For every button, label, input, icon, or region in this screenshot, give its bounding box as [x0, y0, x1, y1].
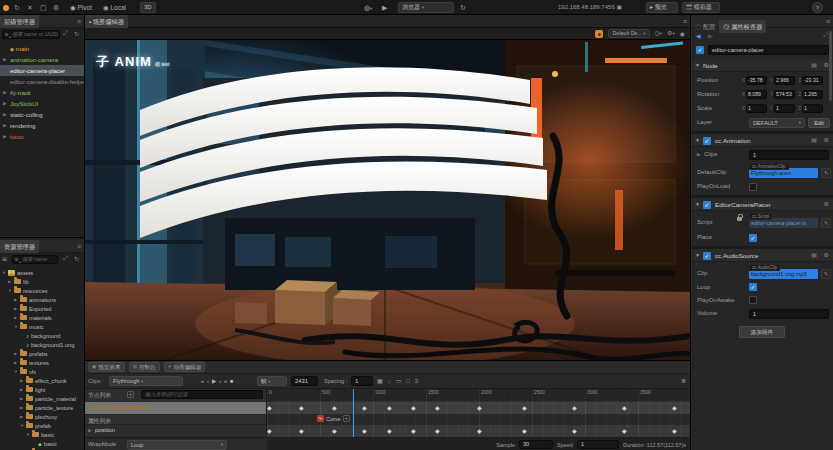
keyframe-diamond[interactable]: ◆ — [572, 427, 577, 435]
axis-input[interactable]: 1.265 — [802, 90, 823, 99]
asset-item[interactable]: ▶plechovy — [0, 412, 84, 421]
settings-tool-icon[interactable]: ⚙ — [53, 1, 59, 14]
expand-arrow-icon[interactable]: ▼ — [14, 369, 18, 374]
timeline-menu-icon[interactable]: ≣ — [681, 376, 686, 387]
hierarchy-node[interactable]: editor-camera-disable-helper — [0, 76, 84, 87]
expand-arrow-icon[interactable]: ▶ — [14, 351, 18, 356]
keyframe-diamond[interactable]: ◆ — [477, 427, 482, 435]
node-keyframe-track[interactable]: ◆◆◆◆◆◆◆◆◆◆◆◆ — [267, 402, 690, 414]
add-node-icon[interactable]: + — [127, 391, 134, 398]
collapse-all-icon[interactable]: ⤢ — [63, 255, 68, 262]
refresh-icon[interactable]: ↻ — [74, 30, 79, 37]
move-tool-icon[interactable]: ✕ — [27, 1, 33, 14]
expand-arrow-icon[interactable]: ▶ — [20, 378, 24, 383]
axis-input[interactable]: 8.089 — [746, 90, 767, 99]
layer-edit-button[interactable]: Edit — [808, 118, 830, 128]
frame-input[interactable]: 2431 — [291, 376, 318, 386]
sample-input[interactable]: 30 — [519, 440, 553, 449]
hierarchy-node[interactable]: ▶JoyStickUI — [0, 98, 84, 109]
hierarchy-node[interactable]: ◆main — [0, 43, 84, 54]
unit-select[interactable]: 帧 ▾ — [257, 376, 287, 386]
add-component-button[interactable]: 添加组件 — [739, 326, 785, 338]
wrapmode-select[interactable]: Loop ▾ — [127, 440, 227, 450]
keyframe-diamond[interactable]: ◆ — [267, 427, 272, 435]
timeline-tool-icon-4[interactable]: ≡ — [415, 376, 419, 387]
camera-profile-select[interactable]: Default De... ▾ — [608, 29, 649, 38]
expand-arrow-icon[interactable]: ▶ — [20, 387, 24, 392]
nav-forward-icon[interactable]: ▶ — [708, 32, 713, 39]
timeline-ruler[interactable]: 0500100015002000250030003500 — [267, 389, 690, 401]
asset-item[interactable]: ▶materials — [0, 313, 84, 322]
component-enabled-checkbox[interactable]: ✓ — [703, 252, 711, 260]
expand-arrow-icon[interactable]: ▶ — [14, 297, 18, 302]
refresh-icon[interactable]: ↻ — [74, 255, 79, 262]
expand-arrow-icon[interactable]: ▶ — [20, 396, 24, 401]
volume-input[interactable]: 1 — [749, 309, 829, 319]
expand-arrow-icon[interactable]: ▼ — [8, 288, 12, 293]
place-checkbox[interactable]: ✓ — [749, 234, 757, 242]
asset-item[interactable]: ◆basic — [0, 439, 84, 448]
transport-button-5[interactable]: ■ — [230, 376, 233, 387]
axis-input[interactable]: -35.78 — [746, 76, 767, 85]
axis-input[interactable]: 1 — [774, 104, 795, 113]
asset-item[interactable]: ▶textures — [0, 358, 84, 367]
timeline-tool-icon-0[interactable]: ▦ — [377, 376, 383, 387]
asset-item[interactable]: ▼assets — [0, 268, 84, 277]
local-toggle[interactable]: ◉ Local — [103, 1, 126, 14]
expand-arrow-icon[interactable]: ▶ — [3, 112, 8, 117]
keyframe-diamond[interactable]: ◆ — [411, 404, 416, 412]
hierarchy-node[interactable]: editor-camera-placer — [0, 65, 84, 76]
spacing-input[interactable]: 1 — [351, 376, 373, 386]
timeline-tool-icon-3[interactable]: □ — [406, 376, 410, 387]
asset-item[interactable]: ▼basic — [0, 430, 84, 439]
doc-icon[interactable]: ▤ — [811, 134, 817, 147]
clip-select[interactable]: Flythrough ▾ — [109, 376, 183, 386]
tab-scene[interactable]: ▪ 场景编辑器 — [85, 15, 128, 28]
playonload-checkbox[interactable]: ✓ — [749, 183, 757, 191]
keyframe-diamond[interactable]: ◆ — [572, 404, 577, 412]
preview-button[interactable]: ▸ 预览 — [646, 2, 678, 13]
keyframe-diamond[interactable]: ◆ — [362, 427, 367, 435]
tab-assets[interactable]: 资源管理器 — [0, 240, 39, 253]
panel-menu-icon[interactable]: ≡ — [77, 240, 81, 253]
expand-arrow-icon[interactable]: ▶ — [3, 123, 8, 128]
keyframe-diamond[interactable]: ◆ — [387, 427, 392, 435]
hierarchy-node[interactable]: ▶basic — [0, 131, 84, 142]
axis-input[interactable]: -23.31 — [802, 76, 823, 85]
animation-tab-0[interactable]: ▣预览效果 — [88, 362, 125, 372]
create-asset-icon[interactable]: ⊞ — [2, 255, 7, 262]
expand-arrow-icon[interactable]: ▶ — [697, 152, 700, 157]
view-mode-icon[interactable]: ◉ — [680, 29, 685, 39]
asset-item[interactable]: ▶lib — [0, 277, 84, 286]
axis-input[interactable]: 1 — [746, 104, 767, 113]
asset-item[interactable]: ▼prefab — [0, 421, 84, 430]
component-enabled-checkbox[interactable]: ✓ — [703, 201, 711, 209]
asset-item[interactable]: ♪background — [0, 331, 84, 340]
keyframe-diamond[interactable]: ◆ — [435, 404, 440, 412]
transport-button-1[interactable]: ‹ — [207, 376, 209, 387]
expand-arrow-icon[interactable]: ▼ — [2, 270, 6, 275]
asset-picker-icon[interactable]: ↖ — [821, 218, 831, 228]
keyframe-diamond[interactable]: ◆ — [362, 404, 367, 412]
keyframe-diamond[interactable]: ◆ — [672, 404, 677, 412]
axis-input[interactable]: 1 — [802, 104, 823, 113]
asset-item[interactable]: ▶particle_texture — [0, 403, 84, 412]
expand-arrow-icon[interactable]: ▼ — [14, 324, 18, 329]
device-icon[interactable]: ◍▾ — [364, 1, 372, 15]
asset-item[interactable]: ♪background1.ong — [0, 340, 84, 349]
expand-panel-icon[interactable]: ⤢ — [823, 32, 828, 39]
expand-arrow-icon[interactable]: ▶ — [20, 414, 24, 419]
history-icon[interactable]: ◷▾ — [655, 28, 663, 39]
animation-tab-2[interactable]: ✦动画编辑器 — [164, 362, 206, 372]
animation-tab-1[interactable]: ▤控制台 — [129, 362, 160, 372]
audio-section-header[interactable]: ▼ ✓ cc.AudioSource ▤ ⚙ — [691, 249, 833, 262]
playonawake-checkbox[interactable]: ✓ — [749, 296, 757, 304]
panel-menu-icon[interactable]: ≡ — [826, 15, 830, 28]
gear-icon[interactable]: ⚙ — [824, 249, 829, 262]
gizmo-mode-icon[interactable]: ◈ — [595, 30, 603, 38]
keyframe-diamond[interactable]: ◆ — [299, 404, 304, 412]
expand-arrow-icon[interactable]: ▼ — [20, 423, 24, 428]
transport-button-0[interactable]: « — [201, 376, 204, 387]
transport-button-3[interactable]: › — [219, 376, 221, 387]
3d-mode-button[interactable]: 3D — [140, 2, 156, 13]
